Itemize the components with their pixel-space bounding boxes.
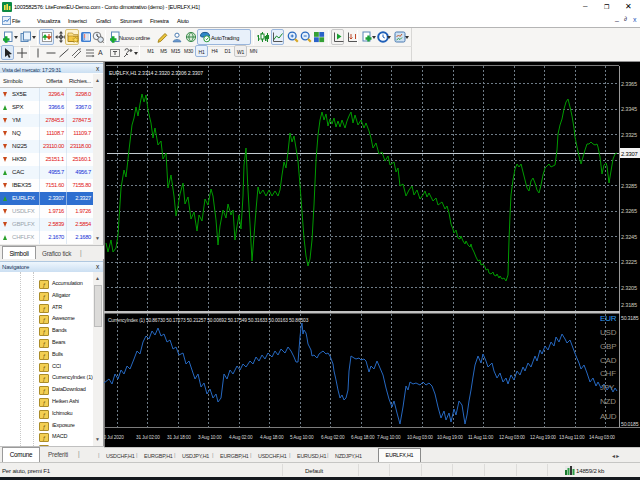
- svg-text:EUR: EUR: [600, 314, 617, 323]
- svg-text:14 Aug 03:00: 14 Aug 03:00: [589, 435, 615, 440]
- svg-text:2.3365: 2.3365: [621, 81, 637, 87]
- svg-text:3 Aug 10:00: 3 Aug 10:00: [198, 435, 222, 440]
- svg-text:2.3307: 2.3307: [621, 151, 638, 157]
- svg-text:50.0185: 50.0185: [621, 421, 639, 427]
- svg-text:CAD: CAD: [600, 356, 617, 365]
- svg-text:CurrencyIndex (1) 50.86730 50.: CurrencyIndex (1) 50.86730 50.17273 50.2…: [108, 318, 309, 323]
- svg-text:2.3185: 2.3185: [621, 302, 637, 308]
- svg-text:2.3345: 2.3345: [621, 106, 637, 112]
- svg-text:5 Aug 10:00: 5 Aug 10:00: [290, 435, 314, 440]
- svg-text:7 Aug 10:00: 7 Aug 10:00: [377, 435, 401, 440]
- svg-text:GBP: GBP: [600, 342, 616, 351]
- svg-text:USD: USD: [600, 328, 617, 337]
- svg-text:2.3325: 2.3325: [621, 132, 637, 138]
- svg-text:2.3245: 2.3245: [621, 234, 637, 240]
- svg-text:11 Aug 11:00: 11 Aug 11:00: [468, 435, 494, 440]
- svg-text:6 Aug 18:00: 6 Aug 18:00: [351, 435, 375, 440]
- svg-text:50.3185: 50.3185: [621, 315, 639, 321]
- svg-text:4 Aug 02:00: 4 Aug 02:00: [229, 435, 253, 440]
- svg-text:31 Jul 18:00: 31 Jul 18:00: [167, 435, 191, 440]
- svg-text:2.3265: 2.3265: [621, 208, 637, 214]
- svg-text:10 Aug 03:00: 10 Aug 03:00: [407, 435, 433, 440]
- svg-text:4 Aug 18:00: 4 Aug 18:00: [260, 435, 284, 440]
- svg-text:12 Aug 19:00: 12 Aug 19:00: [530, 435, 556, 440]
- svg-text:AUD: AUD: [600, 412, 617, 421]
- svg-text:2.3225: 2.3225: [621, 259, 637, 265]
- svg-text:6 Aug 02:00: 6 Aug 02:00: [321, 435, 345, 440]
- svg-text:EURLFX,H1 2.3314 2.3320 2.3306: EURLFX,H1 2.3314 2.3320 2.3306 2.3307: [109, 70, 203, 76]
- svg-text:NZD: NZD: [600, 397, 616, 406]
- svg-text:13 Aug 11:00: 13 Aug 11:00: [559, 435, 585, 440]
- svg-text:JPY: JPY: [600, 383, 615, 392]
- svg-text:10 Aug 19:00: 10 Aug 19:00: [437, 435, 463, 440]
- svg-text:30 Jul 2020: 30 Jul 2020: [104, 435, 124, 440]
- svg-text:2.3205: 2.3205: [621, 285, 637, 291]
- svg-text:31 Jul 02:00: 31 Jul 02:00: [136, 435, 160, 440]
- svg-text:2.3285: 2.3285: [621, 183, 637, 189]
- svg-text:CHF: CHF: [600, 369, 616, 378]
- svg-text:12 Aug 03:00: 12 Aug 03:00: [499, 435, 525, 440]
